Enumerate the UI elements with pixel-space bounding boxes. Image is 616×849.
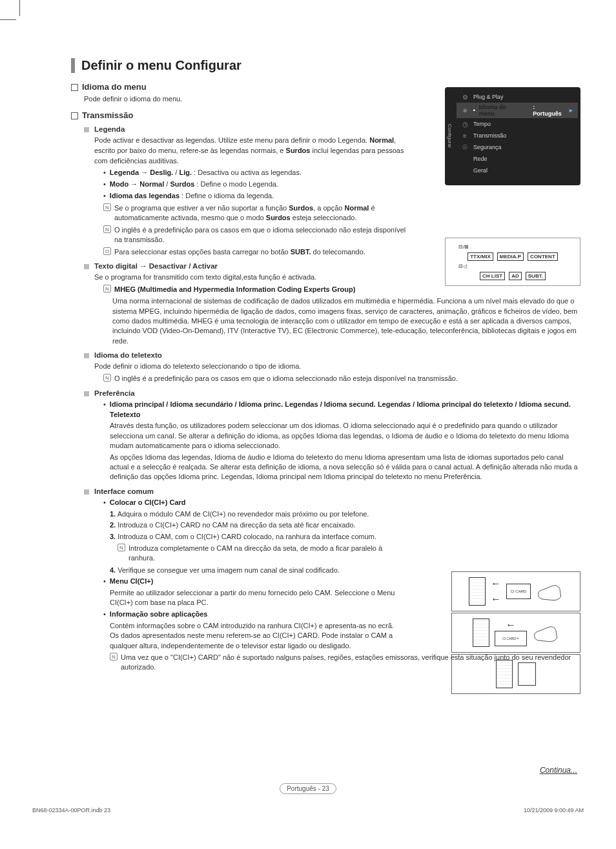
body-text: Contém informações sobre o CAM introduzi… — [110, 621, 404, 651]
note-icon: N — [118, 544, 125, 551]
bullet-item: Colocar o CI(CI+) Card — [103, 498, 404, 508]
ci-slot-icon — [496, 660, 513, 688]
print-file: BN68-02334A-00POR.indb 23 — [32, 807, 110, 813]
square-bullet-icon — [84, 127, 89, 132]
remote-figure: ⊟/⊠ TTX/MIX MEDIA.P CONTENT ⊟◁ CH LIST A… — [445, 238, 580, 286]
remote-button: MEDIA.P — [497, 252, 524, 261]
remote-button: CH LIST — [480, 272, 505, 280]
bullet-item: Idioma das legendas : Define o idioma da… — [103, 191, 407, 201]
section-heading: Idioma do menu — [82, 82, 147, 92]
step-text: 1. Adquira o módulo CAM de CI(CI+) no re… — [110, 509, 404, 519]
square-bullet-icon — [84, 489, 89, 495]
step-text: 3. Introduza o CAM, com o CI(CI+) CARD c… — [110, 532, 404, 542]
note-item: NSe o programa que estiver a ver não sup… — [103, 203, 407, 223]
sub-heading: Preferência — [94, 389, 135, 397]
checkbox-icon — [71, 84, 78, 91]
arrow-left-icon: ← — [506, 619, 516, 631]
note-icon: N — [103, 203, 111, 211]
note-icon: N — [103, 285, 111, 292]
osd-item: Geral — [473, 167, 488, 174]
osd-item: Idioma do menu — [479, 104, 522, 117]
note-icon: N — [110, 653, 118, 660]
note-icon: N — [103, 374, 111, 382]
body-text: As opções Idioma das legendas, Idioma de… — [110, 453, 584, 482]
note-item: NIntroduza completamente o CAM na direcç… — [118, 544, 404, 564]
checkbox-icon — [71, 112, 78, 119]
body-text: Permite ao utilizador seleccionar a part… — [110, 588, 404, 608]
arrow-left-icon: ← — [491, 578, 501, 589]
square-bullet-icon — [84, 353, 89, 358]
page-title: Definir o menu Configurar — [71, 58, 584, 73]
body-text: Uma norma internacional de sistemas de c… — [112, 296, 584, 346]
arrow-right-icon: ► — [568, 107, 574, 114]
ci-slot-icon — [469, 577, 486, 606]
sub-heading: Texto digital → Desactivar / Activar — [94, 262, 218, 270]
lock-icon: ⦾ — [460, 143, 469, 152]
step-text: 2. Introduza o CI(CI+) CARD no CAM na di… — [110, 520, 404, 530]
print-metadata: BN68-02334A-00POR.indb 23 10/21/2009 9:0… — [32, 807, 584, 813]
ci-card-icon — [518, 662, 536, 686]
osd-item: Tempo — [473, 121, 491, 127]
ci-card-icon: CI CARD™ — [495, 631, 527, 646]
manual-page: Definir o menu Configurar Idioma do menu… — [0, 0, 616, 820]
continue-label: Continua... — [540, 766, 577, 775]
body-text: Através desta função, os utilizadores po… — [110, 421, 584, 451]
body-text: Pode activar e desactivar as legendas. U… — [94, 136, 407, 167]
bullet-item: Informação sobre aplicações — [103, 609, 404, 620]
plug-icon: ⚙ — [460, 92, 469, 101]
osd-value: : Português — [533, 104, 564, 117]
note-item: OPara seleccionar estas opções basta car… — [103, 247, 407, 257]
osd-item: Transmissão — [473, 132, 506, 139]
osd-figure: Configurar ⚙Plug & Play ✶• Idioma do men… — [445, 87, 580, 185]
subsection-teletexto: Idioma do teletexto Pode definir o idiom… — [84, 351, 584, 384]
ci-card-icon: CI CARD — [506, 584, 531, 599]
note-item: NMHEG (Multimedia and Hypermedia Informa… — [103, 285, 584, 294]
step-text: 4. Verifique se consegue ver uma imagem … — [110, 566, 404, 575]
antenna-icon: ≡ — [460, 131, 469, 140]
osd-item: Segurança — [473, 144, 502, 150]
square-bullet-icon — [84, 391, 89, 396]
subsection-legenda: Legenda Pode activar e desactivar as leg… — [84, 125, 407, 257]
subsection-preferencia: Preferência Idioma principal / Idioma se… — [84, 389, 584, 482]
bullet-item: Idioma principal / Idioma secundário / I… — [103, 400, 584, 420]
gear-icon: ✶ — [460, 106, 469, 115]
osd-item: Plug & Play — [473, 94, 504, 100]
bullet-item: Modo → Normal / Surdos : Define o modo L… — [103, 179, 407, 190]
sub-heading: Interface comum — [94, 487, 154, 495]
ci-slot-icon — [473, 619, 489, 647]
body-text: Pode definir o idioma do teletexto selec… — [94, 362, 584, 372]
sub-heading: Idioma do teletexto — [94, 351, 162, 359]
osd-side-label: Configurar — [444, 91, 453, 181]
bullet-item: Menu CI(CI+) — [103, 577, 404, 587]
sub-heading: Legenda — [94, 125, 125, 133]
square-bullet-icon — [84, 264, 89, 269]
bullet-item: Legenda → Deslig. / Lig. : Desactiva ou … — [103, 168, 407, 178]
clock-icon: ◷ — [460, 119, 469, 128]
hand-icon — [532, 621, 559, 644]
note-icon: N — [103, 225, 111, 233]
remote-button: CONTENT — [528, 252, 558, 261]
remote-button: TTX/MIX — [467, 252, 493, 261]
remote-button: SUBT. — [526, 272, 546, 280]
print-timestamp: 10/21/2009 9:00:49 AM — [524, 807, 584, 813]
section-heading: Transmissão — [82, 110, 134, 120]
note-icon: O — [103, 247, 111, 255]
remote-button: AD — [509, 272, 522, 280]
ci-card-figure: ← ← CI CARD ← CI CARD™ — [451, 571, 580, 695]
note-item: NO inglês é a predefinição para os casos… — [103, 374, 584, 384]
page-footer: Português - 23 — [0, 783, 616, 794]
arrow-left-icon: ← — [491, 593, 501, 605]
osd-item: Rede — [473, 156, 488, 162]
page-number: Português - 23 — [280, 783, 336, 794]
hand-icon — [536, 580, 563, 603]
note-item: NO inglês é a predefinição para os casos… — [103, 225, 407, 245]
